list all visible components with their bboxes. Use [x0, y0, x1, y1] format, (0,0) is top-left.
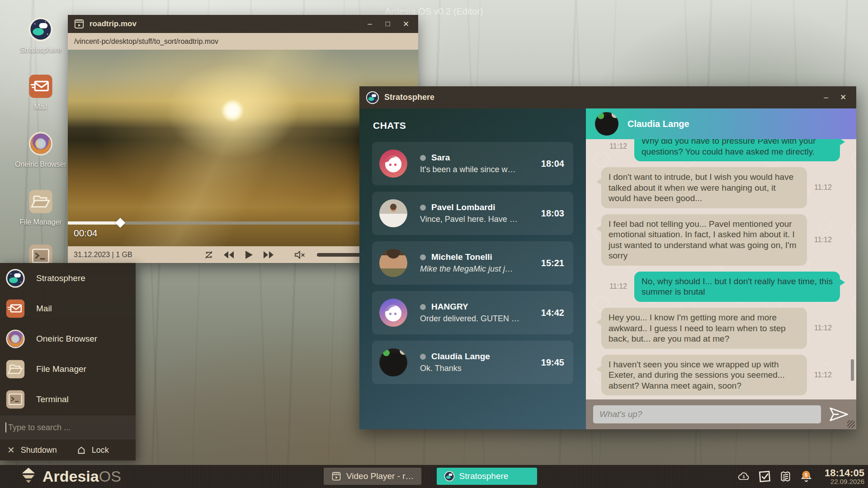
conversations-panel: CHATS Sara It's been a while since w… 18…	[359, 108, 586, 429]
contact-avatar	[379, 150, 407, 178]
system-tray: 1 5	[738, 465, 864, 488]
conversation-list-item[interactable]: Pavel Lombardi Vince, Pavel here. Have ……	[372, 192, 573, 235]
start-menu-item-label: Terminal	[36, 394, 69, 404]
close-button[interactable]: ✕	[399, 19, 413, 29]
contact-name: Claudia Lange	[627, 119, 689, 129]
chat-message-bubble: No, why should I... but I don't really h…	[634, 272, 840, 302]
start-menu-item-label: File Manager	[36, 364, 86, 374]
desktop-icon[interactable]: Stratosphere	[14, 17, 68, 54]
conversation-list-item[interactable]: HANGRY Order delivered. GUTEN … 14:42	[372, 291, 573, 334]
conversation-list-item[interactable]: Claudia Lange Ok. Thanks 19:45	[372, 341, 573, 384]
desktop-icon-label: Mail	[34, 103, 47, 111]
last-message-time: 18:03	[541, 208, 564, 219]
conversation-list-item[interactable]: Michele Tonelli Mike the MegaMic just j……	[372, 241, 573, 285]
start-button[interactable]: ArdesiaOS	[20, 467, 121, 486]
video-window-titlebar[interactable]: roadtrip.mov – □ ✕	[68, 15, 418, 33]
start-menu-item[interactable]: Terminal	[0, 384, 136, 414]
start-menu-item[interactable]: Stratosphere	[0, 263, 136, 293]
status-dot	[420, 354, 426, 360]
message-input[interactable]	[593, 405, 821, 423]
taskbar-task[interactable]: Stratosphere	[437, 468, 537, 485]
minimize-button[interactable]: –	[819, 93, 833, 102]
browser-icon	[28, 131, 53, 156]
clapperboard-icon	[331, 471, 342, 482]
tasks-checkbox-icon[interactable]	[759, 470, 771, 483]
search-input[interactable]: Type to search ...	[0, 415, 136, 440]
playback-time: 00:04	[74, 228, 98, 239]
start-menu-item-label: Mail	[36, 304, 52, 314]
crumpled-note-icon[interactable]	[779, 470, 792, 483]
files-icon	[28, 189, 53, 214]
desktop-icon-label: File Manager	[19, 218, 61, 226]
chat-message-row: 11:12 I don't want to intrude, but I wis…	[601, 167, 840, 208]
desktop-icon[interactable]: Oneiric Browser	[14, 131, 68, 169]
contact-avatar	[379, 249, 407, 277]
chat-window-title: Stratosphere	[384, 93, 434, 102]
status-dot	[420, 155, 426, 161]
message-preview: Ok. Thanks	[420, 364, 537, 373]
video-file-path: /vincent-pc/desktop/stuff/to_sort/roadtr…	[68, 33, 418, 50]
start-menu-item[interactable]: Mail	[0, 293, 136, 324]
fast-forward-button[interactable]	[263, 250, 274, 260]
no-loop-icon[interactable]	[203, 250, 215, 260]
seek-handle[interactable]	[115, 218, 126, 228]
mail-icon	[28, 74, 53, 99]
desktop: Ardesia OS v0.2 (Editor) Stratosphere Ma…	[0, 0, 868, 488]
shutdown-button[interactable]: ✕ Shutdown	[7, 445, 57, 455]
status-dot	[420, 304, 426, 310]
last-message-time: 18:04	[541, 159, 564, 169]
last-message-time: 19:45	[541, 357, 564, 368]
chat-message-row: 11:12 Hey you... I know I'm getting more…	[601, 308, 840, 349]
contact-avatar	[379, 299, 407, 327]
active-conversation-panel: 11:12 Why did you have to pressure Pavel…	[586, 108, 856, 429]
desktop-icon[interactable]: File Manager	[14, 189, 68, 226]
clapperboard-icon	[73, 18, 85, 30]
message-preview: Mike the MegaMic just j…	[420, 264, 537, 274]
ardesia-logo-icon	[20, 467, 37, 486]
minimize-button[interactable]: –	[363, 19, 377, 28]
chat-message-bubble: I feel bad not telling you... Pavel ment…	[601, 214, 807, 266]
window-resize-grip[interactable]	[847, 420, 855, 428]
play-button[interactable]	[243, 250, 255, 260]
taskbar: ArdesiaOS Video Player - r… Stratosphere…	[0, 465, 868, 488]
terminal-icon	[5, 389, 25, 409]
chat-message-row: 11:12 I haven't seen you since we wrappe…	[601, 355, 840, 396]
svg-text:1: 1	[743, 474, 745, 479]
taskbar-task-label: Video Player - r…	[346, 471, 414, 481]
contact-name: Pavel Lombardi	[431, 202, 495, 212]
chat-message-bubble: Why did you have to pressure Pavel with …	[634, 139, 840, 161]
taskbar-clock: 18:14:05 22.09.2026	[825, 468, 864, 485]
clock-time: 18:14:05	[825, 468, 864, 478]
desktop-icon[interactable]: Mail	[14, 74, 68, 111]
maximize-button[interactable]: □	[381, 19, 395, 28]
mute-icon[interactable]	[294, 250, 306, 260]
stratosphere-icon	[28, 17, 53, 42]
message-time: 11:12	[609, 142, 627, 150]
message-time: 11:12	[814, 236, 832, 244]
contact-avatar	[379, 348, 407, 376]
chat-window-titlebar[interactable]: Stratosphere – ✕	[359, 86, 856, 108]
contact-name: Claudia Lange	[431, 352, 490, 361]
browser-icon	[5, 329, 25, 349]
lock-icon	[77, 446, 86, 455]
send-icon[interactable]	[828, 406, 849, 423]
start-menu-item[interactable]: Oneiric Browser	[0, 324, 136, 354]
cloud-sync-icon[interactable]: 1	[738, 470, 750, 483]
scrollbar-thumb[interactable]	[851, 359, 854, 381]
conversation-list-item[interactable]: Sara It's been a while since w… 18:04	[372, 142, 573, 185]
close-button[interactable]: ✕	[836, 93, 850, 102]
stratosphere-window: Stratosphere – ✕ CHATS Sara It's been a …	[359, 86, 856, 429]
chat-message-bubble: I don't want to intrude, but I wish you …	[601, 167, 807, 208]
stratosphere-icon	[366, 91, 379, 104]
seek-bar-progress	[68, 221, 120, 225]
message-preview: Order delivered. GUTEN …	[420, 314, 537, 324]
video-file-info: 31.12.2023 | 1 GB	[74, 251, 164, 259]
start-menu-item-label: Oneiric Browser	[36, 334, 97, 344]
notifications-bell-icon[interactable]: 5	[800, 470, 812, 483]
stratosphere-icon	[5, 268, 25, 288]
rewind-button[interactable]	[223, 250, 235, 260]
start-menu-item[interactable]: File Manager	[0, 354, 136, 384]
taskbar-task[interactable]: Video Player - r…	[324, 468, 421, 485]
lock-button[interactable]: Lock	[77, 446, 109, 455]
chats-heading: CHATS	[373, 120, 586, 131]
